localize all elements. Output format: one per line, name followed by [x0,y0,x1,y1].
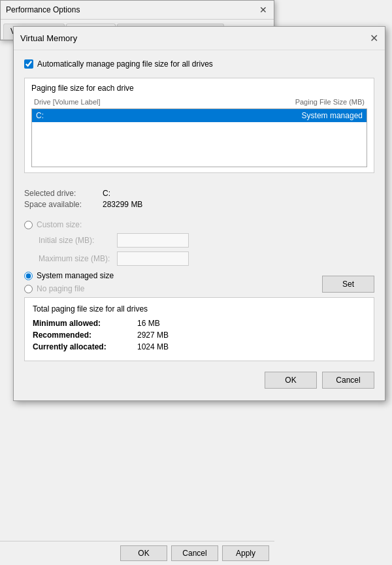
auto-manage-checkbox[interactable] [24,59,33,69]
perf-close-button[interactable]: ✕ [258,5,269,15]
drive-info: Selected drive: C: Space available: 2832… [24,182,374,215]
vm-cancel-button[interactable]: Cancel [322,372,374,389]
vm-close-button[interactable]: ✕ [370,32,378,44]
minimum-allowed-label: Minimum allowed: [33,319,137,328]
drive-list[interactable]: C: System managed [31,108,367,167]
selected-drive-row: Selected drive: C: [24,189,374,198]
drive-row[interactable]: C: System managed [32,109,367,122]
drive-letter: C: [36,111,44,120]
currently-allocated-label: Currently allocated: [33,342,137,351]
drive-col-header: Drive [Volume Label] [34,98,101,106]
total-paging-title: Total paging file size for all drives [33,304,366,314]
maximum-size-row: Maximum size (MB): [24,251,374,266]
space-available-value: 283299 MB [103,200,142,209]
system-managed-row: System managed size [24,271,322,280]
perf-title-bar: Performance Options ✕ [1,1,274,20]
perf-cancel-button[interactable]: Cancel [171,545,218,561]
auto-manage-label: Automatically manage paging file size fo… [37,59,213,69]
maximum-size-label: Maximum size (MB): [39,254,117,263]
paging-section-label: Paging file size for each drive [31,84,367,93]
minimum-allowed-value: 16 MB [137,319,160,328]
space-available-row: Space available: 283299 MB [24,200,374,209]
recommended-row: Recommended: 2927 MB [33,331,366,340]
size-col-header: Paging File Size (MB) [295,98,365,106]
custom-size-radio[interactable] [24,221,33,229]
no-paging-radio[interactable] [24,285,33,293]
vm-ok-button[interactable]: OK [265,372,317,389]
drive-table-header: Drive [Volume Label] Paging File Size (M… [31,97,367,107]
selected-drive-value: C: [103,189,110,198]
vm-title-bar: Virtual Memory ✕ [14,27,385,50]
set-button[interactable]: Set [322,276,374,293]
radio-group-left: System managed size No paging file [24,271,322,297]
perf-apply-button[interactable]: Apply [222,545,269,561]
radio-section: Custom size: Initial size (MB): Maximum … [24,220,374,266]
recommended-value: 2927 MB [137,331,169,340]
vm-content: Automatically manage paging file size fo… [14,50,385,400]
perf-ok-button[interactable]: OK [120,545,167,561]
total-paging-group: Total paging file size for all drives Mi… [24,297,374,361]
currently-allocated-value: 1024 MB [137,342,169,351]
paging-group: Paging file size for each drive Drive [V… [24,78,374,173]
virtual-memory-dialog: Virtual Memory ✕ Automatically manage pa… [13,26,385,401]
selected-drive-label: Selected drive: [24,189,103,198]
space-available-label: Space available: [24,200,103,209]
drive-size: System managed [302,111,363,120]
no-paging-label: No paging file [37,284,84,293]
custom-size-label: Custom size: [37,220,82,229]
auto-manage-row: Automatically manage paging file size fo… [24,59,374,69]
managed-set-row: System managed size No paging file Set [24,271,374,297]
initial-size-input[interactable] [117,233,189,248]
no-paging-row: No paging file [24,284,322,293]
currently-allocated-row: Currently allocated: 1024 MB [33,342,366,351]
perf-buttons-row: OK Cancel Apply [0,541,274,565]
vm-dialog-buttons: OK Cancel [24,372,374,391]
system-managed-radio[interactable] [24,272,33,280]
maximum-size-input[interactable] [117,251,189,266]
initial-size-label: Initial size (MB): [39,236,117,245]
vm-title-text: Virtual Memory [20,33,77,43]
system-managed-label: System managed size [37,271,114,280]
perf-title-text: Performance Options [6,5,80,14]
custom-size-row: Custom size: [24,220,374,229]
recommended-label: Recommended: [33,331,137,340]
initial-size-row: Initial size (MB): [24,233,374,248]
minimum-allowed-row: Minimum allowed: 16 MB [33,319,366,328]
